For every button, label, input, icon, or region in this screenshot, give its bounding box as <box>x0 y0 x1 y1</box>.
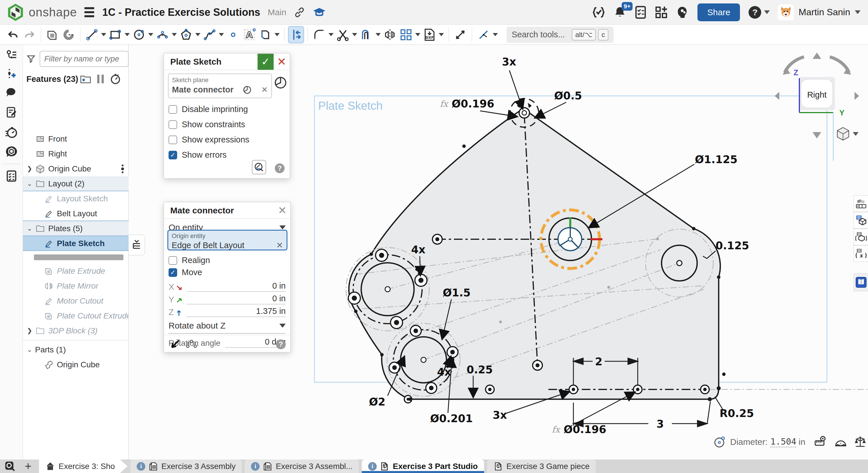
user-avatar[interactable] <box>778 4 794 20</box>
dialog-help-button[interactable]: ? <box>275 164 284 173</box>
panel-collapse-handle[interactable] <box>129 235 145 255</box>
trim-tool-caret[interactable] <box>352 33 357 36</box>
point-tool[interactable] <box>226 27 241 43</box>
rotate-down-arrow[interactable] <box>813 132 821 139</box>
feature-row-plate-mirror[interactable]: Plate Mirror <box>23 278 129 294</box>
redo-button[interactable] <box>22 27 37 43</box>
feature-row-origin-cube[interactable]: ❯ Origin Cube <box>23 161 129 176</box>
feature-row-plate-cutout-extrude[interactable]: Plate Cutout Extrude <box>23 308 129 323</box>
tab-search-icon[interactable] <box>0 460 20 473</box>
insert-feature-icon[interactable] <box>0 65 23 82</box>
new-folder-icon[interactable] <box>80 74 91 84</box>
search-tools[interactable]: Search tools... alt/⌥ c <box>506 27 614 43</box>
revolve-tool[interactable] <box>61 27 76 43</box>
polygon-tool[interactable] <box>179 27 193 43</box>
feature-row-3dp-block-folder[interactable]: ❯ 3DP Block (3) <box>23 323 129 338</box>
tab-game-piece[interactable]: Exercise 3 Game piece <box>487 460 596 473</box>
onshape-assistant-icon[interactable] <box>0 144 23 160</box>
realign-checkbox[interactable]: ✓Realign <box>168 256 210 265</box>
circle-tool-caret[interactable] <box>148 33 153 36</box>
feature-row-right[interactable]: Right <box>23 146 129 161</box>
fillet-tool[interactable] <box>312 27 327 43</box>
bom-panel-button[interactable] <box>854 212 868 229</box>
slot-tool[interactable] <box>258 27 273 43</box>
show-expressions-checkbox[interactable]: ✓Show expressions <box>168 135 249 144</box>
help-caret-icon[interactable] <box>764 10 770 14</box>
feature-row-plate-extrude[interactable]: Plate Extrude <box>23 264 129 278</box>
dxf-import-tool[interactable]: DXF <box>422 27 437 43</box>
rotate-axis-select[interactable]: Rotate about Z <box>168 318 286 334</box>
appearance-panel-button[interactable] <box>854 195 868 212</box>
notes-icon[interactable] <box>0 104 23 121</box>
status-value[interactable]: 1.504 <box>770 437 796 447</box>
tab-home[interactable]: Exercise 3: Sho <box>39 460 127 473</box>
origin-entity-field[interactable]: Origin entity Edge of Belt Layout ✕ <box>167 230 287 250</box>
view-cube[interactable]: Right Z Y <box>775 53 859 161</box>
accept-button[interactable]: ✓ <box>257 54 274 70</box>
tasks-icon[interactable] <box>634 5 647 19</box>
y-offset-row[interactable]: Y 0 in <box>168 292 286 304</box>
share-button[interactable]: Share <box>698 3 740 21</box>
learning-center-icon[interactable] <box>313 7 326 18</box>
feature-row-motor-cutout[interactable]: Motor Cutout <box>23 294 129 308</box>
learning-panel-button[interactable] <box>854 273 868 291</box>
slot-tool-caret[interactable] <box>275 33 280 36</box>
polygon-tool-caret[interactable] <box>195 33 200 36</box>
collapse-caret-icon[interactable]: ⌄ <box>25 346 34 354</box>
notifications-bell[interactable]: 9+ <box>613 5 627 19</box>
undo-button[interactable] <box>6 27 21 43</box>
z-offset-row[interactable]: Z 1.375 in <box>168 304 286 317</box>
disable-imprinting-checkbox[interactable]: ✓Disable imprinting <box>168 105 248 114</box>
mate-connector-picker-icon[interactable] <box>274 77 287 89</box>
checklist-icon[interactable] <box>0 168 23 184</box>
show-constraints-checkbox[interactable]: ✓Show constraints <box>168 120 245 129</box>
performance-icon[interactable] <box>0 124 23 141</box>
construction-tool[interactable] <box>476 27 491 43</box>
measure-tool[interactable] <box>453 27 468 43</box>
feature-row-layout-folder[interactable]: ⌄ Layout (2) <box>23 176 129 191</box>
rectangle-tool[interactable] <box>108 27 123 43</box>
fillet-tool-caret[interactable] <box>329 33 334 36</box>
offset-tool-caret[interactable] <box>376 33 381 36</box>
trim-tool[interactable] <box>335 27 350 43</box>
construction-tool-caret[interactable] <box>493 33 498 36</box>
rotate-right-face-arrow[interactable] <box>855 92 859 100</box>
circle-tool[interactable] <box>131 27 147 43</box>
rectangle-tool-caret[interactable] <box>125 33 130 36</box>
dialog-help-button[interactable]: ? <box>276 339 286 349</box>
dimension-tool[interactable] <box>288 27 304 43</box>
clear-field-icon[interactable]: ✕ <box>276 240 283 250</box>
extrude-tool[interactable] <box>45 27 60 43</box>
part-row-origin-cube[interactable]: Origin Cube <box>23 357 129 372</box>
feature-row-plates-folder[interactable]: ⌄ Plates (5) <box>23 221 129 236</box>
suppress-pause-icon[interactable] <box>96 74 104 84</box>
help-button[interactable]: ? <box>749 6 761 19</box>
close-dialog-button[interactable]: ✕ <box>274 203 290 218</box>
sketch-query-button[interactable] <box>252 160 266 174</box>
move-checkbox[interactable]: ✓Move <box>168 268 202 277</box>
spline-tool[interactable] <box>202 27 217 43</box>
x-offset-row[interactable]: X 0 in <box>168 279 286 292</box>
view-options-caret[interactable] <box>853 132 859 136</box>
main-menu-icon[interactable] <box>85 7 94 17</box>
tab-assembly-1[interactable]: i Exercise 3 Assembly <box>130 460 242 473</box>
measure-angle-icon[interactable] <box>834 435 847 449</box>
feature-row-front[interactable]: Front <box>23 131 129 146</box>
offset-tool[interactable] <box>359 27 374 43</box>
line-tool[interactable] <box>85 27 99 43</box>
feature-row-belt-layout[interactable]: Belt Layout <box>23 206 129 221</box>
cancel-button[interactable]: ✕ <box>274 54 290 70</box>
apps-store-icon[interactable] <box>654 5 668 19</box>
expand-caret-icon[interactable]: ❯ <box>25 165 34 173</box>
measure-distance-icon[interactable] <box>815 435 828 449</box>
pattern-tool-caret[interactable] <box>415 33 421 36</box>
linear-pattern-tool[interactable] <box>399 27 413 43</box>
arc-tool[interactable] <box>155 27 170 43</box>
view-options-cube-button[interactable] <box>837 127 859 140</box>
user-name[interactable]: Martin Sanin <box>799 7 850 18</box>
rotate-up-arrow[interactable] <box>813 53 821 59</box>
filter-icon[interactable] <box>26 53 36 64</box>
show-errors-checkbox[interactable]: ✓Show errors <box>168 150 226 160</box>
view-cube-face-label[interactable]: Right <box>807 90 827 99</box>
spline-tool-caret[interactable] <box>219 33 224 36</box>
